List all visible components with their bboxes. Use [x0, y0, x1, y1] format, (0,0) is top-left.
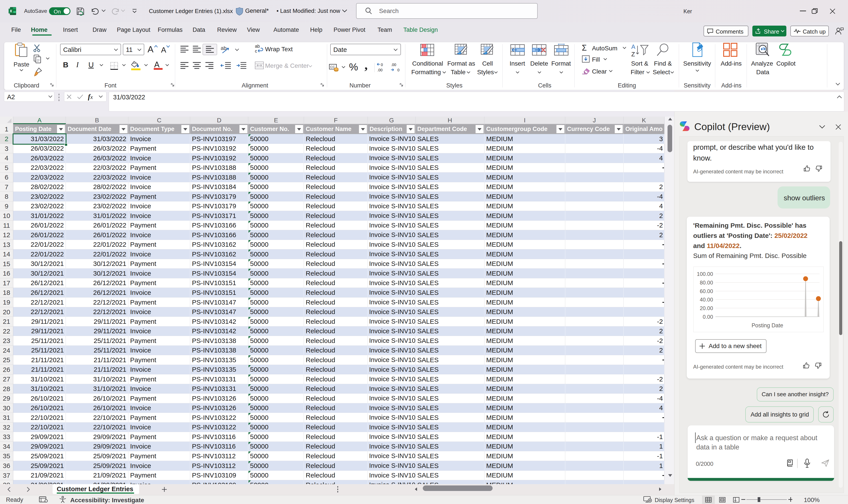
- svg-text:.00: .00: [391, 63, 396, 67]
- svg-text:80.00: 80.00: [700, 280, 713, 286]
- svg-text:X: X: [10, 9, 12, 13]
- svg-text:c: c: [255, 49, 257, 53]
- svg-text:60.00: 60.00: [700, 288, 713, 294]
- svg-text:40.00: 40.00: [700, 296, 713, 303]
- svg-text:100.00: 100.00: [697, 271, 713, 277]
- svg-text:20.00: 20.00: [700, 305, 713, 311]
- svg-text:Posting Date: Posting Date: [752, 322, 783, 328]
- svg-text:.00: .00: [377, 68, 383, 72]
- svg-text:Z: Z: [631, 51, 635, 57]
- svg-text:ab: ab: [255, 44, 260, 49]
- svg-text:0.00: 0.00: [703, 314, 713, 320]
- svg-text:A: A: [631, 43, 635, 50]
- svg-text:0: 0: [397, 68, 399, 72]
- svg-text:0: 0: [381, 63, 383, 67]
